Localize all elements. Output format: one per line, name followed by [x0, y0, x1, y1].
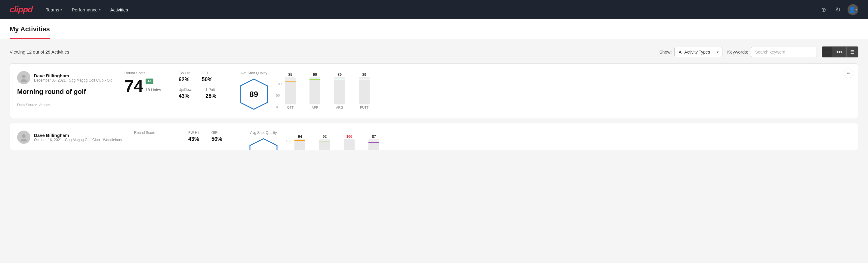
nav-item-performance[interactable]: Performance ▾	[68, 5, 104, 15]
page-header: My Activities	[0, 19, 868, 39]
fw-hit-value-1: 62%	[179, 77, 190, 83]
bar-app-fill-1	[309, 80, 320, 105]
hexagon-wrap-2	[248, 137, 279, 150]
bar-app-label-1: APP	[312, 106, 318, 109]
gir-value-2: 56%	[211, 136, 222, 142]
quality-label-2: Avg Shot Quality	[248, 130, 279, 135]
bar-app-1: 90 APP	[307, 72, 322, 109]
quality-label-1: Avg Shot Quality	[239, 71, 269, 75]
fw-hit-label-2: FW Hit	[188, 130, 199, 135]
user-info-2: Dave Billingham October 16, 2021 · Gog M…	[34, 133, 122, 142]
bar-arg-track-2	[344, 139, 354, 150]
bar-arg-value-2: 106	[346, 135, 352, 139]
logo: clippd	[10, 5, 32, 14]
nav-links: Teams ▾ Performance ▾ Activities	[42, 5, 809, 15]
bar-app-marker-2	[319, 141, 330, 141]
gir-label-2: GIR	[211, 130, 222, 135]
bar-ott-marker-2	[294, 140, 305, 141]
bar-arg-track-1	[334, 77, 345, 105]
fw-hit-label-1: FW Hit	[179, 71, 190, 75]
round-score-label-1: Round Score	[125, 71, 166, 75]
stat-row-top-1: FW Hit 62% GIR 50%	[179, 71, 227, 83]
bar-ott-track-1	[285, 77, 296, 105]
user-row-1: Dave Billingham December 05, 2021 · Gog …	[17, 71, 113, 84]
search-input[interactable]	[751, 47, 817, 57]
keywords-label: Keywords:	[727, 49, 748, 55]
fw-hit-stat-1: FW Hit 62%	[179, 71, 190, 83]
bar-putt-2: 87	[366, 135, 381, 150]
full-list-icon: ☰	[850, 49, 855, 55]
bar-app-value-1: 90	[313, 72, 317, 77]
avatar-1	[17, 71, 30, 84]
score-main-1: 74 +4 18 Holes	[125, 78, 166, 94]
bar-ott-fill-2	[294, 141, 305, 150]
bar-app-value-2: 92	[323, 135, 327, 139]
teams-label: Teams	[46, 7, 59, 12]
view-compact-button[interactable]: ≡	[822, 47, 832, 57]
quality-left-1: Avg Shot Quality 89	[239, 71, 269, 111]
bar-putt-track-2	[368, 139, 379, 150]
bar-chart-2: 100 94 92	[286, 135, 381, 150]
add-button[interactable]: ⊕	[819, 5, 828, 14]
viewing-text: Viewing 12 out of 29 Activities	[10, 49, 654, 55]
data-source-1: Data Source: Arccos	[17, 103, 113, 107]
bar-cols-1: 85 OTT 90 APP	[283, 72, 372, 109]
updown-label-1: Up/Down	[179, 88, 193, 92]
score-badge-1: +4	[146, 79, 153, 84]
bar-ott-2: 94	[292, 135, 307, 150]
bar-app-track-2	[319, 139, 330, 150]
bar-app-2: 92	[317, 135, 332, 150]
bar-ott-1: 85 OTT	[283, 72, 298, 109]
bar-putt-value-2: 87	[372, 135, 376, 139]
show-label: Show:	[659, 49, 672, 55]
bar-arg-marker-1	[334, 80, 345, 80]
viewing-suffix: Activities	[52, 49, 69, 55]
gir-value-1: 50%	[202, 77, 212, 83]
view-toggle: ≡ ⋙ ☰	[822, 46, 858, 57]
bar-arg-label-1: ARG	[336, 106, 343, 109]
score-number-1: 74	[125, 78, 143, 94]
user-meta-1: December 05, 2021 · Gog Magog Golf Club …	[34, 78, 113, 83]
teams-chevron-icon: ▾	[60, 8, 62, 12]
y-50: 50	[276, 94, 281, 97]
avatar-chevron-icon: ▾	[856, 8, 857, 12]
activity-type-select-wrap: All Activity Types	[674, 47, 722, 57]
gir-stat-1: GIR 50%	[202, 71, 212, 83]
avatar-icon-1	[20, 74, 28, 82]
svg-point-4	[21, 139, 27, 141]
grid-icon: ⋙	[836, 49, 843, 55]
stat-row-top-2: FW Hit 43% GIR 56%	[188, 130, 237, 142]
user-name-1: Dave Billingham	[34, 73, 113, 78]
view-list-button[interactable]: ☰	[847, 47, 858, 57]
user-info-1: Dave Billingham December 05, 2021 · Gog …	[34, 73, 113, 83]
oneputt-value-1: 28%	[206, 93, 216, 99]
bar-ott-marker-1	[285, 81, 296, 82]
bar-ott-value-2: 94	[298, 135, 302, 139]
hexagon-wrap-1: 89	[239, 78, 269, 111]
oneputt-label-1: 1 Putt	[206, 88, 216, 92]
viewing-prefix: Viewing	[10, 49, 25, 55]
hexagon-value-1: 89	[249, 90, 258, 99]
navbar-right: ⊕ ↻ 👤 ▾	[819, 4, 858, 15]
nav-item-teams[interactable]: Teams ▾	[42, 5, 66, 15]
activity-type-select[interactable]: All Activity Types	[674, 47, 722, 57]
y-100: 100	[276, 82, 281, 86]
svg-point-0	[22, 75, 26, 78]
bar-putt-track-1	[359, 77, 370, 105]
activity-title-1: Morning round of golf	[17, 88, 113, 96]
page-title: My Activities	[10, 25, 50, 33]
view-grid-button[interactable]: ⋙	[832, 47, 847, 57]
edit-button-1[interactable]: ✏	[844, 68, 853, 78]
stat-row-bottom-1: Up/Down 43% 1 Putt 28%	[179, 88, 227, 99]
bar-putt-marker-1	[359, 80, 370, 80]
bar-arg-1: 89 ARG	[332, 72, 347, 109]
activity-card-2: Dave Billingham October 16, 2021 · Gog M…	[10, 123, 858, 150]
compact-list-icon: ≡	[826, 49, 828, 55]
refresh-button[interactable]: ↻	[833, 5, 843, 14]
user-name-2: Dave Billingham	[34, 133, 122, 138]
bar-arg-fill-2	[344, 139, 354, 150]
oneputt-stat-1: 1 Putt 28%	[206, 88, 216, 99]
avatar-button[interactable]: 👤 ▾	[847, 4, 858, 15]
user-meta-2: October 16, 2021 · Gog Magog Golf Club -…	[34, 138, 122, 142]
nav-item-activities[interactable]: Activities	[107, 5, 132, 15]
